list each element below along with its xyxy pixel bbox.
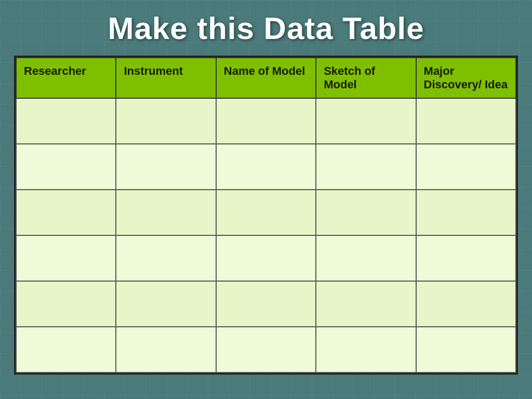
- table-cell-r4-c4: [416, 281, 516, 327]
- table-row: [16, 327, 516, 373]
- table-body: [16, 98, 516, 373]
- table-cell-r5-c0: [16, 327, 116, 373]
- table-cell-r2-c2: [216, 190, 316, 235]
- table-cell-r0-c4: [416, 98, 516, 144]
- table-cell-r4-c1: [116, 281, 216, 327]
- table-cell-r2-c1: [116, 190, 216, 235]
- page-title: Make this Data Table: [108, 10, 424, 46]
- table-row: [16, 190, 516, 235]
- table-cell-r3-c2: [216, 235, 316, 281]
- table-cell-r3-c0: [16, 235, 116, 281]
- table-cell-r0-c0: [16, 98, 116, 144]
- table-cell-r3-c4: [416, 235, 516, 281]
- table-cell-r3-c3: [316, 235, 416, 281]
- table-cell-r1-c4: [416, 144, 516, 190]
- table-cell-r1-c2: [216, 144, 316, 190]
- table-cell-r1-c3: [316, 144, 416, 190]
- table-header-major-discovery: Major Discovery/ Idea: [416, 58, 516, 98]
- table-header-name-of-model: Name of Model: [216, 58, 316, 98]
- table-cell-r4-c0: [16, 281, 116, 327]
- table-cell-r5-c3: [316, 327, 416, 373]
- table-cell-r2-c3: [316, 190, 416, 235]
- data-table: ResearcherInstrumentName of ModelSketch …: [14, 56, 518, 375]
- table-cell-r4-c3: [316, 281, 416, 327]
- table-cell-r3-c1: [116, 235, 216, 281]
- table-cell-r1-c0: [16, 144, 116, 190]
- table-row: [16, 235, 516, 281]
- table-header-row: ResearcherInstrumentName of ModelSketch …: [16, 58, 516, 98]
- table-cell-r1-c1: [116, 144, 216, 190]
- table-cell-r5-c4: [416, 327, 516, 373]
- table-cell-r0-c2: [216, 98, 316, 144]
- table-cell-r0-c1: [116, 98, 216, 144]
- table-cell-r2-c0: [16, 190, 116, 235]
- table-cell-r0-c3: [316, 98, 416, 144]
- table-header-researcher: Researcher: [16, 58, 116, 98]
- table-cell-r5-c1: [116, 327, 216, 373]
- table-header-instrument: Instrument: [116, 58, 216, 98]
- table-row: [16, 281, 516, 327]
- table-cell-r5-c2: [216, 327, 316, 373]
- table-header-sketch-of-model: Sketch of Model: [316, 58, 416, 98]
- table-cell-r4-c2: [216, 281, 316, 327]
- table-row: [16, 98, 516, 144]
- table-cell-r2-c4: [416, 190, 516, 235]
- table-row: [16, 144, 516, 190]
